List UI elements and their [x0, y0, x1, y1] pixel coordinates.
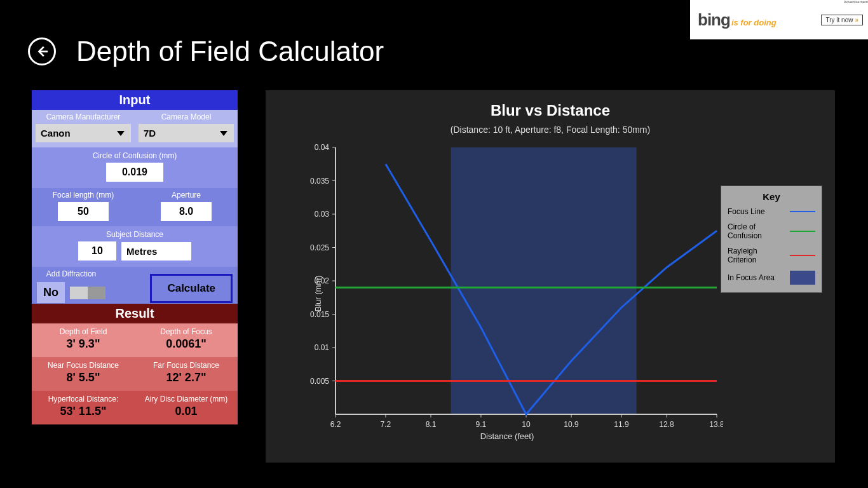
chart-xlabel: Distance (feet) — [480, 431, 534, 441]
svg-text:9.1: 9.1 — [476, 420, 487, 429]
legend-item: Focus Line — [728, 207, 815, 216]
result-value: 8' 5.5" — [34, 371, 132, 384]
svg-rect-1 — [451, 147, 637, 414]
try-it-button[interactable]: Try it now » — [821, 15, 863, 25]
focal-input[interactable] — [58, 202, 109, 221]
legend-label: Focus Line — [728, 207, 785, 216]
aperture-input[interactable] — [161, 202, 212, 221]
svg-text:7.2: 7.2 — [381, 420, 391, 429]
model-select[interactable]: 7D — [139, 124, 234, 142]
result-panel: Result Depth of Field 3' 9.3" Depth of F… — [32, 304, 238, 424]
result-label: Depth of Field — [34, 327, 132, 336]
result-label: Airy Disc Diameter (mm) — [137, 395, 235, 403]
back-button[interactable] — [28, 37, 56, 65]
distance-unit-select[interactable]: Metres — [121, 242, 191, 261]
svg-text:0.005: 0.005 — [310, 377, 329, 386]
back-arrow-icon — [35, 44, 49, 58]
page-header: Depth of Field Calculator — [28, 36, 384, 67]
input-panel: Input Camera Manufacturer Canon Camera M… — [32, 90, 238, 309]
svg-text:13.8: 13.8 — [709, 420, 723, 429]
chart-plot: 0.0050.010.0150.020.0250.030.0350.046.27… — [291, 141, 723, 446]
manufacturer-select[interactable]: Canon — [36, 124, 131, 142]
result-cell: Airy Disc Diameter (mm) 0.01 — [135, 391, 238, 424]
chart-legend: Key Focus LineCircle of ConfusionRayleig… — [721, 186, 822, 293]
svg-text:0.01: 0.01 — [315, 343, 330, 352]
bing-word: bing — [698, 10, 730, 30]
result-value: 12' 2.7" — [137, 371, 235, 384]
result-label: Depth of Focus — [137, 327, 235, 336]
result-cell: Far Focus Distance 12' 2.7" — [135, 357, 238, 391]
result-cell: Depth of Field 3' 9.3" — [32, 323, 135, 357]
try-it-label: Try it now — [825, 17, 853, 24]
svg-text:11.9: 11.9 — [614, 420, 629, 429]
result-value: 0.0061" — [137, 337, 235, 351]
result-value: 0.01 — [137, 405, 235, 418]
coc-input[interactable] — [106, 163, 163, 182]
legend-label: In Focus Area — [728, 273, 785, 282]
legend-swatch — [790, 231, 815, 232]
ad-label: Advertisement — [844, 0, 868, 4]
ad-banner: Advertisement bing is for doing Try it n… — [690, 0, 868, 39]
legend-item: Circle of Confusion — [728, 222, 815, 240]
svg-text:6.2: 6.2 — [330, 420, 341, 429]
result-panel-title: Result — [32, 304, 238, 323]
aperture-label: Aperture — [139, 191, 234, 200]
calculate-button[interactable]: Calculate — [150, 274, 233, 303]
svg-text:8.1: 8.1 — [426, 420, 437, 429]
legend-swatch — [790, 271, 815, 285]
bing-logo: bing is for doing — [698, 10, 776, 30]
result-label: Hyperfocal Distance: — [34, 395, 132, 403]
diffraction-label: Add Diffraction — [37, 269, 105, 278]
arrow-icon: » — [855, 17, 858, 24]
svg-text:0.025: 0.025 — [310, 243, 329, 252]
bing-tagline: is for doing — [731, 18, 776, 27]
svg-text:0.03: 0.03 — [315, 210, 330, 219]
result-label: Far Focus Distance — [137, 361, 235, 370]
focal-label: Focal length (mm) — [36, 191, 131, 200]
svg-text:10.9: 10.9 — [564, 420, 579, 429]
chart-title: Blur vs Distance — [266, 102, 835, 119]
model-label: Camera Model — [139, 112, 234, 121]
legend-item: In Focus Area — [728, 271, 815, 285]
svg-text:10: 10 — [522, 420, 531, 429]
diffraction-toggle[interactable] — [70, 287, 105, 299]
svg-text:0.04: 0.04 — [315, 143, 330, 152]
result-cell: Depth of Focus 0.0061" — [135, 323, 238, 357]
coc-label: Circle of Confusion (mm) — [32, 151, 238, 160]
distance-label: Subject Distance — [32, 230, 238, 239]
chart-svg: 0.0050.010.0150.020.0250.030.0350.046.27… — [291, 141, 723, 446]
chart-panel: Blur vs Distance (Distance: 10 ft, Apert… — [266, 90, 835, 463]
legend-label: Circle of Confusion — [728, 222, 785, 240]
input-panel-title: Input — [32, 90, 238, 110]
legend-swatch — [790, 255, 815, 256]
result-label: Near Focus Distance — [34, 361, 132, 370]
legend-label: Rayleigh Criterion — [728, 247, 785, 264]
chart-subtitle: (Distance: 10 ft, Aperture: f8, Focal Le… — [266, 125, 835, 135]
legend-title: Key — [728, 191, 815, 202]
result-cell: Near Focus Distance 8' 5.5" — [32, 357, 135, 391]
svg-text:0.035: 0.035 — [310, 177, 329, 186]
diffraction-value: No — [37, 282, 65, 303]
chart-ylabel: Blur (mm) — [313, 275, 323, 311]
result-value: 3' 9.3" — [34, 337, 132, 351]
legend-swatch — [790, 211, 815, 212]
svg-text:12.8: 12.8 — [659, 420, 674, 429]
toggle-knob — [70, 287, 88, 299]
legend-item: Rayleigh Criterion — [728, 247, 815, 264]
distance-input[interactable] — [78, 241, 116, 261]
page-title: Depth of Field Calculator — [76, 36, 384, 67]
result-value: 53' 11.5" — [34, 405, 132, 418]
result-cell: Hyperfocal Distance: 53' 11.5" — [32, 391, 135, 424]
manufacturer-label: Camera Manufacturer — [36, 112, 131, 121]
